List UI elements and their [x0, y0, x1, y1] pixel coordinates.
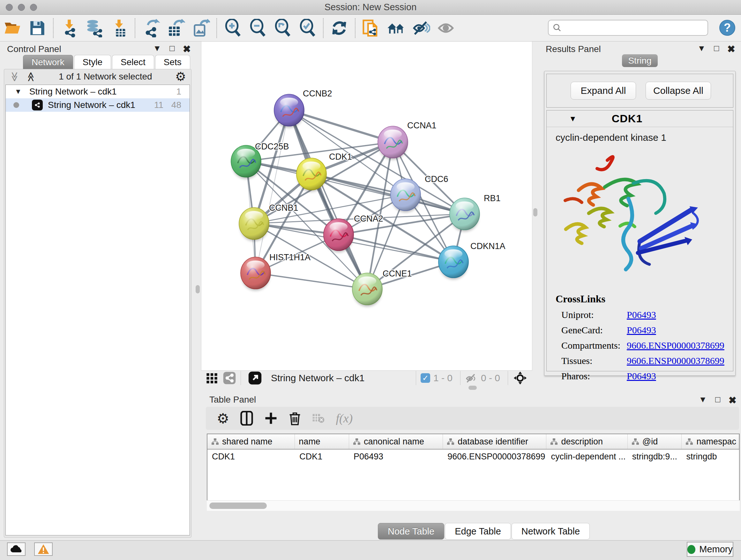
tab-network[interactable]: Network — [23, 55, 73, 69]
table-cell[interactable]: stringdb:9... — [628, 449, 682, 463]
network-node[interactable] — [352, 273, 382, 307]
scrollbar-thumb[interactable] — [209, 503, 267, 509]
duplicate-network-button[interactable] — [359, 17, 384, 40]
table-cell[interactable]: CDK1 — [207, 449, 295, 463]
right-splitter-grip[interactable] — [533, 208, 537, 216]
network-collection-row[interactable]: ▼ String Network – cdk1 1 — [6, 85, 190, 98]
tab-select[interactable]: Select — [112, 55, 154, 69]
cloud-status-button[interactable] — [7, 543, 25, 556]
network-view[interactable]: CCNB2CCNA1CDC25BCDK1CDC6RB1CCNB1CCNA2CDK… — [201, 42, 532, 370]
show-all-button[interactable] — [433, 17, 458, 40]
network-node[interactable] — [439, 246, 468, 279]
collapse-gene-icon[interactable]: ▼ — [569, 114, 577, 123]
collapse-panel-icon[interactable]: ▼ — [153, 44, 161, 55]
crosslink-pharos-link[interactable]: P06493 — [627, 371, 656, 381]
export-table-button[interactable] — [163, 17, 188, 40]
add-column-icon[interactable] — [264, 411, 278, 426]
crosslink-uniprot-link[interactable]: P06493 — [627, 309, 656, 320]
left-splitter-grip[interactable] — [196, 285, 200, 294]
table-row[interactable]: CDK1CDK1P064939606.ENSP00000378699cyclin… — [207, 449, 739, 463]
expand-all-button[interactable]: Expand All — [570, 82, 636, 100]
table-cell[interactable]: P06493 — [349, 449, 443, 463]
close-panel-icon[interactable]: ✖ — [729, 395, 737, 406]
table-cell[interactable]: 9606.ENSP00000378699 — [443, 449, 546, 463]
import-table-button[interactable] — [107, 17, 131, 40]
column-header[interactable]: name — [295, 434, 349, 449]
string-view-icon[interactable] — [223, 371, 236, 385]
maximize-window-icon[interactable] — [30, 4, 37, 11]
network-node[interactable] — [378, 126, 408, 160]
tab-edge-table[interactable]: Edge Table — [445, 523, 511, 540]
zoom-fit-button[interactable] — [270, 17, 295, 40]
first-neighbors-button[interactable] — [384, 17, 408, 40]
column-header[interactable]: database identifier — [443, 434, 546, 449]
tab-string[interactable]: String — [622, 54, 658, 67]
toolbar-search[interactable] — [548, 20, 708, 36]
tab-sets[interactable]: Sets — [155, 55, 190, 69]
table-settings-gear-icon[interactable]: ⚙ — [217, 410, 229, 427]
open-session-button[interactable] — [0, 17, 25, 40]
selected-checkbox-icon[interactable]: ✓ — [421, 373, 430, 383]
crosslink-genecard-link[interactable]: P06493 — [627, 325, 656, 335]
delete-column-trash-icon[interactable] — [288, 411, 301, 426]
column-header[interactable]: canonical name — [349, 434, 443, 449]
network-node[interactable] — [450, 198, 480, 232]
node-table[interactable]: shared namenamecanonical namedatabase id… — [207, 434, 740, 511]
column-header[interactable]: shared name — [207, 434, 295, 449]
open-folder-icon — [3, 19, 22, 37]
close-window-icon[interactable] — [6, 4, 13, 11]
gene-card-header[interactable]: ▼ CDK1 — [547, 111, 733, 127]
crosslink-tissues-link[interactable]: 9606.ENSP00000378699 — [627, 355, 724, 366]
zoom-selected-button[interactable] — [295, 17, 320, 40]
network-row[interactable]: String Network – cdk1 11 48 — [6, 98, 190, 112]
tab-style[interactable]: Style — [74, 55, 111, 69]
import-network-database-button[interactable] — [82, 17, 107, 40]
warning-status-button[interactable] — [34, 543, 53, 556]
close-panel-icon[interactable]: ✖ — [727, 44, 735, 55]
memory-button[interactable]: Memory — [687, 542, 733, 557]
collapse-all-button[interactable]: Collapse All — [646, 82, 711, 100]
search-input[interactable] — [562, 23, 699, 33]
hidden-eye-slash-icon[interactable] — [465, 372, 478, 384]
zoom-in-button[interactable] — [220, 17, 245, 40]
column-header[interactable]: description — [546, 434, 627, 449]
column-header[interactable]: @id — [628, 434, 682, 449]
table-cell[interactable]: stringdb — [682, 449, 739, 463]
close-panel-icon[interactable]: ✖ — [183, 44, 191, 55]
network-node[interactable] — [239, 207, 269, 241]
show-columns-icon[interactable] — [240, 411, 253, 426]
tab-network-table[interactable]: Network Table — [512, 523, 590, 540]
column-header[interactable]: namespac — [682, 434, 739, 449]
network-graph[interactable]: CCNB2CCNA1CDC25BCDK1CDC6RB1CCNB1CCNA2CDK… — [201, 42, 533, 370]
save-session-button[interactable] — [25, 17, 50, 40]
table-cell[interactable]: cyclin-dependent ... — [546, 449, 627, 463]
help-button[interactable]: ? — [719, 20, 735, 36]
network-node[interactable] — [391, 179, 421, 212]
table-horizontal-scrollbar[interactable] — [207, 500, 740, 511]
window-traffic-lights[interactable] — [6, 4, 37, 11]
tab-node-table[interactable]: Node Table — [378, 523, 444, 540]
collapse-all-networks-icon[interactable]: ≫ — [9, 71, 20, 81]
float-panel-icon[interactable]: □ — [714, 44, 719, 55]
crosslink-compartments-link[interactable]: 9606.ENSP00000378699 — [627, 340, 724, 351]
hide-selected-button[interactable] — [408, 17, 433, 40]
table-cell[interactable]: CDK1 — [295, 449, 349, 463]
expand-all-networks-icon[interactable]: ≫ — [25, 71, 37, 81]
import-network-button[interactable] — [57, 17, 82, 40]
collection-expand-icon[interactable]: ▼ — [15, 87, 22, 96]
collapse-panel-icon[interactable]: ▼ — [697, 44, 705, 55]
collapse-panel-icon[interactable]: ▼ — [698, 395, 707, 406]
open-in-window-button[interactable] — [248, 371, 262, 385]
birds-eye-grid-icon[interactable] — [205, 372, 218, 384]
export-network-button[interactable] — [138, 17, 163, 40]
fit-content-crosshair-icon[interactable] — [513, 371, 527, 385]
float-panel-icon[interactable]: □ — [715, 395, 720, 406]
float-panel-icon[interactable]: □ — [170, 44, 175, 55]
zoom-out-button[interactable] — [245, 17, 270, 40]
bottom-splitter-grip[interactable] — [468, 386, 477, 390]
export-image-button[interactable] — [188, 17, 213, 40]
network-options-gear-icon[interactable]: ⚙ — [175, 70, 186, 84]
apply-layout-button[interactable] — [327, 17, 352, 40]
network-node[interactable] — [241, 257, 271, 291]
minimize-window-icon[interactable] — [18, 4, 25, 11]
